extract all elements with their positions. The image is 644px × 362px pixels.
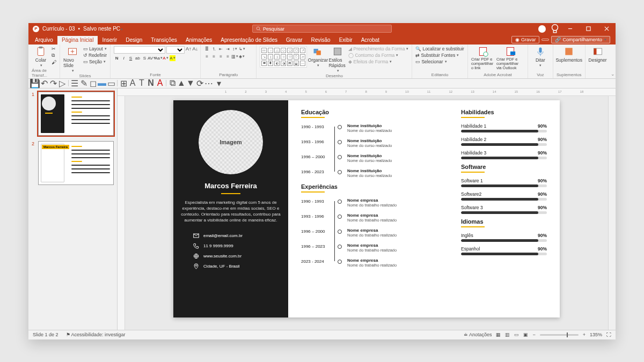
line-spacing-button[interactable]: ↕	[232, 46, 238, 52]
view-slideshow-icon[interactable]: ▣	[523, 332, 528, 337]
record-button[interactable]: ◉ Gravar	[511, 36, 540, 43]
arrange-button[interactable]: Organizar	[309, 46, 327, 68]
shape-effects-button[interactable]: ◆ Efeitos de Forma	[348, 59, 408, 64]
qat-color-icon[interactable]: A	[157, 80, 163, 86]
contact-site[interactable]: www.seusite.com.br	[193, 253, 268, 259]
timeline-item[interactable]: 1996 – 2000Nome instituiçãoNome do curso…	[301, 153, 446, 163]
bullets-button[interactable]: ≣	[204, 46, 210, 52]
skill-item[interactable]: Habilidade 290%	[461, 137, 547, 146]
bold-button[interactable]: N	[114, 55, 120, 61]
smartart-button[interactable]: ◈	[239, 54, 245, 60]
qat-align-icon[interactable]: ⊞	[120, 80, 127, 86]
vertical-scrollbar[interactable]	[608, 96, 616, 330]
timeline-item[interactable]: 1996 – 2023Nome empresaNome do trabalho …	[301, 243, 446, 253]
menu-tab-acrobat[interactable]: Acrobat	[357, 36, 384, 45]
qat-customize-icon[interactable]: ▾	[216, 80, 222, 86]
cut-button[interactable]: ✂	[52, 46, 56, 51]
skill-item[interactable]: Software290%	[461, 191, 547, 201]
qat-font-icon[interactable]: A	[129, 80, 136, 86]
profile-name[interactable]: Marcos Ferreira	[204, 182, 257, 190]
qat-ink-icon[interactable]: ✎	[80, 80, 87, 86]
minimize-button[interactable]	[561, 23, 579, 35]
menu-tab-transições[interactable]: Transições	[147, 36, 181, 45]
timeline-item[interactable]: 1990 - 1993Nome empresaNome do trabalho …	[301, 198, 446, 208]
qat-redo-icon[interactable]: ↷	[50, 80, 56, 86]
layout-button[interactable]: ▭ Layout	[83, 46, 107, 51]
designer-button[interactable]: Designer	[589, 46, 607, 63]
timeline-item[interactable]: 1990 - 1993Nome instituiçãoNome do curso…	[301, 123, 446, 133]
dictate-button[interactable]: Ditar	[531, 46, 550, 68]
contact-phone[interactable]: 11 9 9999.9999	[193, 243, 268, 249]
horizontal-ruler[interactable]: 123456789101112131415161718	[118, 88, 616, 96]
slide-counter[interactable]: Slide 1 de 2	[33, 332, 58, 337]
qat-save-icon[interactable]: 💾	[32, 80, 38, 86]
align-left-button[interactable]: ≡	[204, 54, 210, 60]
timeline-item[interactable]: 1996 - 2023Nome instituiçãoNome do curso…	[301, 168, 446, 178]
ribbon-collapse-button[interactable]: ⌄	[610, 45, 616, 78]
timeline-item[interactable]: 1996 – 2000Nome empresaNome do trabalho …	[301, 228, 446, 238]
decrease-indent-button[interactable]: ⇤	[218, 46, 224, 52]
shape-gallery[interactable]: ▭○△◇⬠⬡↗ ↘{}☆⬭⬯▱ ⬬⬮◐◑⬒⬓⋯	[260, 46, 307, 68]
justify-button[interactable]: ≡	[225, 54, 231, 60]
zoom-in-button[interactable]: +	[583, 332, 586, 337]
skill-item[interactable]: Inglês90%	[461, 233, 547, 242]
decrease-font-button[interactable]: A↓	[193, 46, 199, 54]
close-button[interactable]	[597, 23, 616, 35]
skill-item[interactable]: Software 190%	[461, 178, 547, 187]
section-title-experience[interactable]: Experiências	[301, 183, 446, 190]
skill-item[interactable]: Habilidade 390%	[461, 150, 547, 159]
acrobat-outlook-button[interactable]: Criar PDF e compartilhar via Outlook	[496, 46, 524, 71]
skill-item[interactable]: Software 390%	[461, 205, 547, 214]
menu-tab-animações[interactable]: Animações	[181, 36, 216, 45]
shape-outline-button[interactable]: ◯ Contorno da Forma	[348, 53, 408, 58]
shadow-button[interactable]: S	[142, 55, 148, 61]
replace-fonts-button[interactable]: ⇄ Substituir Fontes	[415, 53, 464, 58]
new-slide-button[interactable]: Novo Slide	[63, 46, 82, 73]
view-normal-icon[interactable]: ▦	[496, 332, 501, 337]
slide-thumbnail-2[interactable]: Marcos Ferreira	[38, 141, 114, 185]
font-size-select[interactable]	[166, 46, 185, 54]
menu-tab-arquivo[interactable]: Arquivo	[31, 36, 57, 45]
skill-item[interactable]: Habilidade 190%	[461, 123, 547, 132]
align-right-button[interactable]: ≡	[218, 54, 224, 60]
section-title-software[interactable]: Software	[461, 164, 547, 170]
qat-rotate-icon[interactable]: ⟳	[196, 80, 203, 86]
section-button[interactable]: ▭ Seção	[83, 59, 107, 64]
qat-shapes-icon[interactable]: ◻	[90, 80, 96, 86]
increase-font-button[interactable]: A↑	[186, 46, 192, 54]
qat-fill-icon[interactable]: ▬	[99, 80, 105, 86]
user-avatar[interactable]	[538, 25, 546, 33]
menu-tab-gravar[interactable]: Gravar	[282, 36, 307, 45]
qat-start-icon[interactable]: ▷	[59, 80, 65, 86]
qat-text-icon[interactable]: T	[138, 80, 145, 86]
increase-indent-button[interactable]: ⇥	[225, 46, 231, 52]
timeline-item[interactable]: 1993 - 1996Nome empresaNome do trabalho …	[301, 213, 446, 223]
find-button[interactable]: 🔍 Localizar e substituir	[415, 46, 464, 51]
numbering-button[interactable]: ⒈	[211, 46, 217, 52]
menu-tab-inserir[interactable]: Inserir	[98, 36, 121, 45]
char-spacing-button[interactable]: AV	[149, 55, 155, 61]
menu-tab-página-inicial[interactable]: Página Inicial	[57, 36, 98, 45]
addins-button[interactable]: Suplementos	[560, 46, 578, 63]
change-case-button[interactable]: Aa	[156, 55, 162, 61]
contact-location[interactable]: Cidade, UF - Brasil	[193, 263, 268, 269]
search-box[interactable]: Pesquisar	[252, 25, 392, 33]
slide-thumbnail-1[interactable]	[38, 92, 114, 136]
strike-button[interactable]: ab	[135, 55, 141, 61]
qat-bold-icon[interactable]: N	[148, 80, 154, 86]
qat-send-icon[interactable]: ▼	[187, 80, 194, 86]
accessibility-status[interactable]: ⚑ Acessibilidade: investigar	[66, 332, 126, 337]
section-title-education[interactable]: Educação	[301, 109, 446, 115]
skill-item[interactable]: Espanhol90%	[461, 246, 547, 255]
fit-window-button[interactable]: ⛶	[606, 332, 611, 337]
timeline-item[interactable]: 2023 - 2024Nome empresaNome do trabalho …	[301, 258, 446, 268]
photo-placeholder[interactable]: Imagem	[199, 110, 263, 174]
view-reading-icon[interactable]: ▭	[514, 332, 519, 337]
slide-canvas[interactable]: Imagem Marcos Ferreira Especialista em m…	[173, 100, 560, 317]
italic-button[interactable]: I	[121, 55, 127, 61]
text-direction-button[interactable]: ↳	[239, 46, 245, 52]
section-title-skills[interactable]: Habilidades	[461, 109, 547, 115]
qat-undo-icon[interactable]: ↶	[41, 80, 47, 86]
paste-button[interactable]: Colar	[32, 46, 50, 68]
quick-styles-button[interactable]: Estilos Rápidos	[328, 46, 347, 73]
